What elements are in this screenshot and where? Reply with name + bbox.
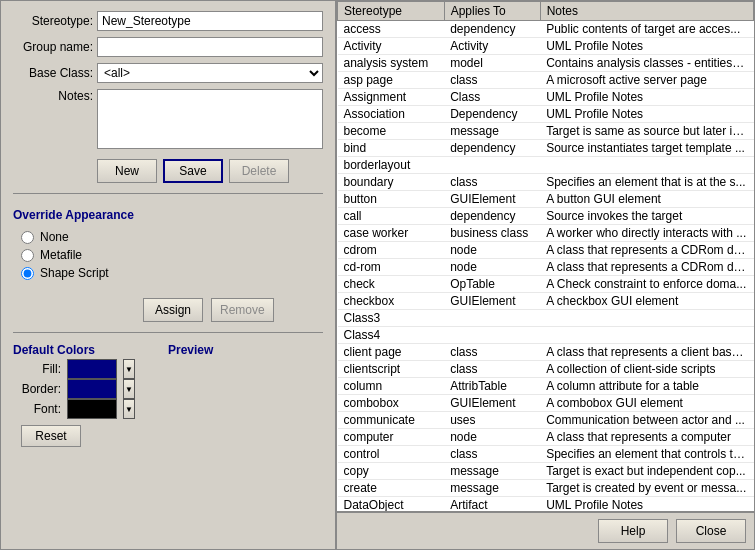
help-button[interactable]: Help <box>598 519 668 543</box>
cell-stereotype: Association <box>338 106 445 123</box>
table-row[interactable]: combobox GUIElement A combobox GUI eleme… <box>338 395 754 412</box>
table-row[interactable]: communicate uses Communication between a… <box>338 412 754 429</box>
cell-applies-to: class <box>444 361 540 378</box>
cell-notes: Communication between actor and ... <box>540 412 753 429</box>
notes-textarea[interactable] <box>97 89 323 149</box>
table-row[interactable]: copy message Target is exact but indepen… <box>338 463 754 480</box>
table-body: access dependency Public contents of tar… <box>338 21 754 513</box>
remove-button[interactable]: Remove <box>211 298 274 322</box>
cell-notes: Specifies an element that controls th... <box>540 446 753 463</box>
group-name-label: Group name: <box>13 40 93 54</box>
cell-stereotype: button <box>338 191 445 208</box>
none-radio[interactable] <box>21 231 34 244</box>
table-row[interactable]: call dependency Source invokes the targe… <box>338 208 754 225</box>
font-row: Font: ▼ <box>21 399 168 419</box>
override-title: Override Appearance <box>13 208 323 222</box>
col-header-notes: Notes <box>540 2 753 21</box>
cell-notes: Target is created by event or messa... <box>540 480 753 497</box>
cell-applies-to: Class <box>444 89 540 106</box>
cell-stereotype: copy <box>338 463 445 480</box>
fill-color-button[interactable] <box>67 359 117 379</box>
cell-notes: UML Profile Notes <box>540 106 753 123</box>
table-row[interactable]: client page class A class that represent… <box>338 344 754 361</box>
cell-stereotype: cdrom <box>338 242 445 259</box>
table-row[interactable]: become message Target is same as source … <box>338 123 754 140</box>
border-color-button[interactable] <box>67 379 117 399</box>
table-row[interactable]: access dependency Public contents of tar… <box>338 21 754 38</box>
cell-stereotype: call <box>338 208 445 225</box>
border-dropdown[interactable]: ▼ <box>123 379 135 399</box>
none-label: None <box>40 230 69 244</box>
cell-notes <box>540 157 753 174</box>
fill-row: Fill: ▼ <box>21 359 168 379</box>
reset-button[interactable]: Reset <box>21 425 81 447</box>
table-row[interactable]: Association Dependency UML Profile Notes <box>338 106 754 123</box>
table-row[interactable]: cd-rom node A class that represents a CD… <box>338 259 754 276</box>
colors-section: Default Colors Fill: ▼ Border: ▼ Font: <box>13 343 168 447</box>
cell-stereotype: communicate <box>338 412 445 429</box>
cell-applies-to <box>444 157 540 174</box>
base-class-select[interactable]: <all> <box>97 63 323 83</box>
cell-stereotype: DataObject <box>338 497 445 513</box>
group-name-input[interactable] <box>97 37 323 57</box>
shape-script-radio[interactable] <box>21 267 34 280</box>
cell-notes: UML Profile Notes <box>540 38 753 55</box>
table-row[interactable]: borderlayout <box>338 157 754 174</box>
cell-notes: UML Profile Notes <box>540 89 753 106</box>
new-button[interactable]: New <box>97 159 157 183</box>
close-button[interactable]: Close <box>676 519 746 543</box>
table-container[interactable]: Stereotype Applies To Notes access depen… <box>337 1 754 512</box>
cell-notes <box>540 310 753 327</box>
cell-stereotype: combobox <box>338 395 445 412</box>
table-row[interactable]: case worker business class A worker who … <box>338 225 754 242</box>
table-row[interactable]: button GUIElement A button GUI element <box>338 191 754 208</box>
save-button[interactable]: Save <box>163 159 223 183</box>
table-row[interactable]: check OpTable A Check constraint to enfo… <box>338 276 754 293</box>
cell-applies-to: message <box>444 463 540 480</box>
preview-section: Preview <box>168 343 323 447</box>
assign-remove-row: Assign Remove <box>143 298 323 322</box>
stereotype-input[interactable] <box>97 11 323 31</box>
metafile-radio[interactable] <box>21 249 34 262</box>
action-buttons: New Save Delete <box>97 159 323 183</box>
cell-applies-to <box>444 310 540 327</box>
table-row[interactable]: clientscript class A collection of clien… <box>338 361 754 378</box>
table-row[interactable]: checkbox GUIElement A checkbox GUI eleme… <box>338 293 754 310</box>
notes-label: Notes: <box>13 89 93 103</box>
table-row[interactable]: Class4 <box>338 327 754 344</box>
font-color-button[interactable] <box>67 399 117 419</box>
cell-applies-to: dependency <box>444 208 540 225</box>
table-row[interactable]: boundary class Specifies an element that… <box>338 174 754 191</box>
font-dropdown[interactable]: ▼ <box>123 399 135 419</box>
table-row[interactable]: control class Specifies an element that … <box>338 446 754 463</box>
cell-notes: A microsoft active server page <box>540 72 753 89</box>
border-label: Border: <box>21 382 61 396</box>
group-name-row: Group name: <box>13 37 323 57</box>
table-row[interactable]: create message Target is created by even… <box>338 480 754 497</box>
table-row[interactable]: DataObject Artifact UML Profile Notes <box>338 497 754 513</box>
cell-notes: Source invokes the target <box>540 208 753 225</box>
assign-button[interactable]: Assign <box>143 298 203 322</box>
table-row[interactable]: analysis system model Contains analysis … <box>338 55 754 72</box>
table-row[interactable]: Class3 <box>338 310 754 327</box>
table-row[interactable]: asp page class A microsoft active server… <box>338 72 754 89</box>
table-row[interactable]: Assignment Class UML Profile Notes <box>338 89 754 106</box>
delete-button[interactable]: Delete <box>229 159 289 183</box>
cell-notes: A class that represents a client base... <box>540 344 753 361</box>
cell-applies-to: dependency <box>444 21 540 38</box>
table-row[interactable]: computer node A class that represents a … <box>338 429 754 446</box>
cell-applies-to: class <box>444 174 540 191</box>
table-row[interactable]: column AttribTable A column attribute fo… <box>338 378 754 395</box>
table-row[interactable]: cdrom node A class that represents a CDR… <box>338 242 754 259</box>
cell-notes: A Check constraint to enforce doma... <box>540 276 753 293</box>
cell-stereotype: computer <box>338 429 445 446</box>
table-row[interactable]: Activity Activity UML Profile Notes <box>338 38 754 55</box>
fill-dropdown[interactable]: ▼ <box>123 359 135 379</box>
stereotype-row: Stereotype: <box>13 11 323 31</box>
cell-applies-to: class <box>444 72 540 89</box>
cell-notes: Contains analysis classes - entities, ..… <box>540 55 753 72</box>
cell-notes: A class that represents a computer <box>540 429 753 446</box>
table-row[interactable]: bind dependency Source instantiates targ… <box>338 140 754 157</box>
cell-applies-to: class <box>444 344 540 361</box>
col-header-applies-to: Applies To <box>444 2 540 21</box>
